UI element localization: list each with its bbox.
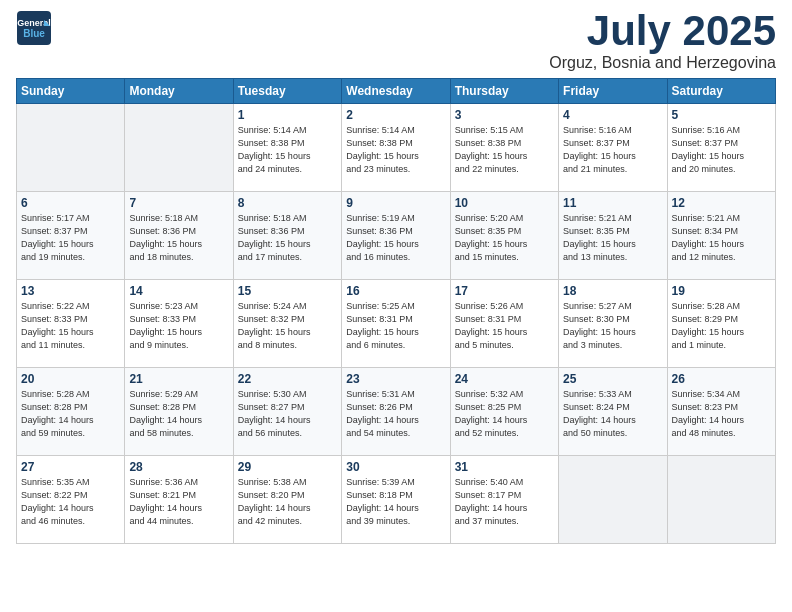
day-info: Sunrise: 5:17 AM Sunset: 8:37 PM Dayligh… [21,212,120,264]
week-row-4: 20Sunrise: 5:28 AM Sunset: 8:28 PM Dayli… [17,368,776,456]
day-number: 14 [129,284,228,298]
location-title: Orguz, Bosnia and Herzegovina [549,54,776,72]
calendar-cell: 10Sunrise: 5:20 AM Sunset: 8:35 PM Dayli… [450,192,558,280]
week-row-1: 1Sunrise: 5:14 AM Sunset: 8:38 PM Daylig… [17,104,776,192]
calendar-cell: 11Sunrise: 5:21 AM Sunset: 8:35 PM Dayli… [559,192,667,280]
day-info: Sunrise: 5:18 AM Sunset: 8:36 PM Dayligh… [129,212,228,264]
calendar-cell: 4Sunrise: 5:16 AM Sunset: 8:37 PM Daylig… [559,104,667,192]
calendar-cell: 26Sunrise: 5:34 AM Sunset: 8:23 PM Dayli… [667,368,775,456]
weekday-header-sunday: Sunday [17,79,125,104]
day-number: 13 [21,284,120,298]
day-info: Sunrise: 5:21 AM Sunset: 8:34 PM Dayligh… [672,212,771,264]
day-info: Sunrise: 5:14 AM Sunset: 8:38 PM Dayligh… [346,124,445,176]
day-info: Sunrise: 5:30 AM Sunset: 8:27 PM Dayligh… [238,388,337,440]
calendar-cell: 28Sunrise: 5:36 AM Sunset: 8:21 PM Dayli… [125,456,233,544]
calendar-cell [17,104,125,192]
day-info: Sunrise: 5:32 AM Sunset: 8:25 PM Dayligh… [455,388,554,440]
day-info: Sunrise: 5:18 AM Sunset: 8:36 PM Dayligh… [238,212,337,264]
day-info: Sunrise: 5:16 AM Sunset: 8:37 PM Dayligh… [672,124,771,176]
calendar-cell: 25Sunrise: 5:33 AM Sunset: 8:24 PM Dayli… [559,368,667,456]
page: General Blue July 2025 Orguz, Bosnia and… [0,0,792,554]
calendar-cell: 23Sunrise: 5:31 AM Sunset: 8:26 PM Dayli… [342,368,450,456]
day-info: Sunrise: 5:25 AM Sunset: 8:31 PM Dayligh… [346,300,445,352]
day-number: 7 [129,196,228,210]
week-row-5: 27Sunrise: 5:35 AM Sunset: 8:22 PM Dayli… [17,456,776,544]
day-info: Sunrise: 5:40 AM Sunset: 8:17 PM Dayligh… [455,476,554,528]
day-number: 19 [672,284,771,298]
calendar-cell: 15Sunrise: 5:24 AM Sunset: 8:32 PM Dayli… [233,280,341,368]
day-number: 4 [563,108,662,122]
calendar-cell: 30Sunrise: 5:39 AM Sunset: 8:18 PM Dayli… [342,456,450,544]
day-number: 15 [238,284,337,298]
day-info: Sunrise: 5:23 AM Sunset: 8:33 PM Dayligh… [129,300,228,352]
weekday-header-wednesday: Wednesday [342,79,450,104]
title-block: July 2025 Orguz, Bosnia and Herzegovina [549,10,776,72]
day-info: Sunrise: 5:21 AM Sunset: 8:35 PM Dayligh… [563,212,662,264]
day-number: 22 [238,372,337,386]
logo: General Blue [16,10,52,46]
calendar-cell [559,456,667,544]
calendar-cell [125,104,233,192]
calendar-cell: 17Sunrise: 5:26 AM Sunset: 8:31 PM Dayli… [450,280,558,368]
calendar-cell: 24Sunrise: 5:32 AM Sunset: 8:25 PM Dayli… [450,368,558,456]
day-info: Sunrise: 5:34 AM Sunset: 8:23 PM Dayligh… [672,388,771,440]
calendar-cell: 22Sunrise: 5:30 AM Sunset: 8:27 PM Dayli… [233,368,341,456]
day-number: 2 [346,108,445,122]
weekday-header-friday: Friday [559,79,667,104]
calendar-cell: 5Sunrise: 5:16 AM Sunset: 8:37 PM Daylig… [667,104,775,192]
day-info: Sunrise: 5:31 AM Sunset: 8:26 PM Dayligh… [346,388,445,440]
day-info: Sunrise: 5:26 AM Sunset: 8:31 PM Dayligh… [455,300,554,352]
day-info: Sunrise: 5:20 AM Sunset: 8:35 PM Dayligh… [455,212,554,264]
day-info: Sunrise: 5:14 AM Sunset: 8:38 PM Dayligh… [238,124,337,176]
day-number: 18 [563,284,662,298]
week-row-3: 13Sunrise: 5:22 AM Sunset: 8:33 PM Dayli… [17,280,776,368]
weekday-header-tuesday: Tuesday [233,79,341,104]
calendar-cell: 8Sunrise: 5:18 AM Sunset: 8:36 PM Daylig… [233,192,341,280]
calendar-cell: 1Sunrise: 5:14 AM Sunset: 8:38 PM Daylig… [233,104,341,192]
calendar-cell: 14Sunrise: 5:23 AM Sunset: 8:33 PM Dayli… [125,280,233,368]
calendar-cell: 9Sunrise: 5:19 AM Sunset: 8:36 PM Daylig… [342,192,450,280]
calendar-cell: 19Sunrise: 5:28 AM Sunset: 8:29 PM Dayli… [667,280,775,368]
calendar-cell: 3Sunrise: 5:15 AM Sunset: 8:38 PM Daylig… [450,104,558,192]
day-number: 26 [672,372,771,386]
day-info: Sunrise: 5:16 AM Sunset: 8:37 PM Dayligh… [563,124,662,176]
day-number: 23 [346,372,445,386]
month-title: July 2025 [549,10,776,52]
day-number: 30 [346,460,445,474]
day-info: Sunrise: 5:19 AM Sunset: 8:36 PM Dayligh… [346,212,445,264]
day-info: Sunrise: 5:27 AM Sunset: 8:30 PM Dayligh… [563,300,662,352]
day-number: 3 [455,108,554,122]
week-row-2: 6Sunrise: 5:17 AM Sunset: 8:37 PM Daylig… [17,192,776,280]
calendar-cell: 18Sunrise: 5:27 AM Sunset: 8:30 PM Dayli… [559,280,667,368]
day-number: 12 [672,196,771,210]
calendar-cell: 20Sunrise: 5:28 AM Sunset: 8:28 PM Dayli… [17,368,125,456]
day-number: 11 [563,196,662,210]
calendar-cell: 31Sunrise: 5:40 AM Sunset: 8:17 PM Dayli… [450,456,558,544]
day-number: 1 [238,108,337,122]
calendar-cell: 27Sunrise: 5:35 AM Sunset: 8:22 PM Dayli… [17,456,125,544]
weekday-header-saturday: Saturday [667,79,775,104]
day-number: 17 [455,284,554,298]
day-info: Sunrise: 5:29 AM Sunset: 8:28 PM Dayligh… [129,388,228,440]
day-info: Sunrise: 5:39 AM Sunset: 8:18 PM Dayligh… [346,476,445,528]
day-number: 9 [346,196,445,210]
day-info: Sunrise: 5:38 AM Sunset: 8:20 PM Dayligh… [238,476,337,528]
day-number: 21 [129,372,228,386]
day-number: 5 [672,108,771,122]
weekday-header-monday: Monday [125,79,233,104]
day-number: 6 [21,196,120,210]
calendar-cell: 7Sunrise: 5:18 AM Sunset: 8:36 PM Daylig… [125,192,233,280]
day-number: 25 [563,372,662,386]
calendar-cell [667,456,775,544]
day-info: Sunrise: 5:36 AM Sunset: 8:21 PM Dayligh… [129,476,228,528]
logo-icon: General Blue [16,10,52,46]
svg-text:Blue: Blue [23,28,45,39]
weekday-header-row: SundayMondayTuesdayWednesdayThursdayFrid… [17,79,776,104]
header: General Blue July 2025 Orguz, Bosnia and… [16,10,776,72]
calendar-cell: 13Sunrise: 5:22 AM Sunset: 8:33 PM Dayli… [17,280,125,368]
day-number: 31 [455,460,554,474]
day-number: 20 [21,372,120,386]
day-number: 8 [238,196,337,210]
calendar: SundayMondayTuesdayWednesdayThursdayFrid… [16,78,776,544]
day-number: 29 [238,460,337,474]
